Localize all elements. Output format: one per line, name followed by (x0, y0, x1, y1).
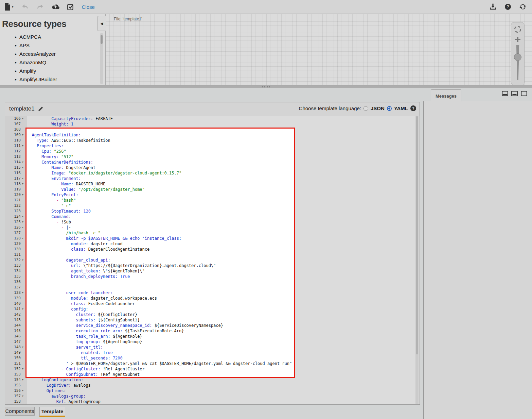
palette-scrollbar-handle[interactable] (101, 35, 103, 44)
line-number: 150 (5, 355, 21, 361)
fold-toggle-icon[interactable]: ▾ (22, 116, 26, 121)
fold-toggle-icon[interactable]: ▾ (22, 290, 26, 296)
fold-toggle-icon[interactable]: ▾ (22, 192, 26, 198)
tab-template[interactable]: Template (39, 407, 65, 417)
resource-type-item[interactable]: ▸ACMPCA (0, 33, 105, 41)
label-yaml[interactable]: YAML (394, 105, 408, 111)
resource-type-item[interactable]: ▸AmazonMQ (0, 58, 105, 67)
code-line: 134 agent_token: \"${AgentToken}\" (5, 268, 420, 274)
fold-toggle-icon[interactable]: ▾ (22, 257, 26, 263)
radio-yaml[interactable] (387, 106, 392, 111)
fold-toggle-icon[interactable]: ▾ (22, 366, 26, 372)
fold-toggle-icon[interactable]: ▾ (22, 225, 26, 230)
zoom-slider-handle[interactable] (514, 53, 521, 61)
expand-arrow-icon: ▸ (15, 61, 17, 64)
line-number: 115 (5, 165, 21, 170)
help-icon[interactable]: ? (505, 4, 511, 10)
refresh-icon[interactable] (519, 3, 527, 11)
resource-type-label: AmazonMQ (19, 60, 46, 65)
line-number: 113 (5, 154, 21, 160)
resource-type-item[interactable]: ▸AccessAnalyzer (0, 50, 105, 58)
label-json[interactable]: JSON (371, 105, 385, 111)
zoom-slider-track[interactable] (516, 45, 520, 80)
panel-maximize-icon[interactable] (502, 91, 508, 96)
fold-toggle-icon[interactable]: ▾ (22, 165, 26, 170)
expand-arrow-icon: ▸ (15, 69, 17, 73)
tab-messages[interactable]: Messages (431, 89, 461, 102)
code-line: 117▾ Environment: (5, 176, 420, 181)
expand-arrow-icon: ▸ (15, 52, 17, 56)
collapse-panel-button[interactable]: ◀ (97, 16, 106, 31)
zoom-in-icon[interactable] (514, 36, 521, 43)
language-chooser-label: Choose template language: (299, 105, 361, 111)
line-number: 142 (5, 312, 21, 317)
code-line: 147 log_group: ${AgentLogGroup} (5, 339, 420, 345)
resource-types-title: Resource types (2, 19, 105, 29)
download-icon[interactable] (489, 3, 497, 11)
editor-scrollbar[interactable] (415, 116, 419, 404)
line-number: 114 (5, 160, 21, 165)
resource-type-item[interactable]: ▸Amplify (0, 67, 105, 75)
line-number: 128 (5, 236, 21, 241)
collapse-arrow-icon: ◀ (100, 21, 103, 26)
line-number: 153 (5, 372, 21, 377)
fold-toggle-icon[interactable]: ▾ (22, 181, 26, 187)
code-line: 146 task_role_arn: ${AgentRole} (5, 334, 420, 339)
fold-toggle-icon[interactable]: ▾ (22, 214, 26, 219)
messages-body (423, 101, 532, 419)
fold-toggle-icon[interactable]: ▾ (22, 132, 26, 138)
resource-type-item[interactable]: ▸APS (0, 41, 105, 50)
fold-toggle-icon[interactable]: ▾ (22, 377, 26, 383)
fold-toggle-icon[interactable]: ▾ (22, 160, 26, 165)
redo-icon[interactable] (35, 3, 44, 10)
resource-list: ▸ACMPCA▸APS▸AccessAnalyzer▸AmazonMQ▸Ampl… (0, 33, 105, 84)
close-link[interactable]: Close (82, 4, 95, 10)
canvas-file-label: File: 'template1' (114, 17, 142, 21)
fold-toggle-icon[interactable]: ▾ (22, 176, 26, 181)
resource-type-label: APS (19, 43, 30, 48)
rename-template-icon[interactable] (38, 106, 43, 112)
editor-scrollbar-handle[interactable] (416, 116, 418, 354)
line-number: 156 (5, 388, 21, 393)
line-number: 126 (5, 225, 21, 230)
code-line: 154▾ LogConfiguration: (5, 377, 420, 383)
resource-type-item[interactable]: ▸AmplifyUIBuilder (0, 75, 105, 84)
code-editor[interactable]: 106▾ - CapacityProvider: FARGATE107 Weig… (5, 116, 420, 404)
fold-toggle-icon[interactable]: ▾ (22, 388, 26, 393)
palette-scrollbar[interactable] (100, 33, 103, 84)
code-line: 144 service_discovery_namespace_id: ${Se… (5, 323, 420, 328)
line-number: 147 (5, 339, 21, 345)
fold-toggle-icon[interactable]: ▾ (22, 219, 26, 225)
fold-toggle-icon[interactable]: ▾ (22, 393, 26, 399)
fold-toggle-icon[interactable]: ▾ (22, 143, 26, 149)
line-number: 149 (5, 350, 21, 355)
line-number: 152 (5, 366, 21, 372)
code-line: 109▾ AgentTaskDefinition: (5, 132, 420, 138)
undo-icon[interactable] (21, 3, 30, 10)
line-number: 130 (5, 247, 21, 252)
panel-hide-icon[interactable] (521, 91, 527, 96)
upload-cloud-icon[interactable] (51, 3, 60, 11)
fold-toggle-icon[interactable]: ▾ (22, 236, 26, 241)
line-number: 124 (5, 214, 21, 219)
code-line: 136 (5, 279, 420, 285)
cloudformation-designer: ▾ Close ? Resource types ▸ACMPCA▸A (0, 0, 532, 419)
radio-json[interactable] (363, 106, 368, 111)
panel-split-icon[interactable] (511, 91, 518, 96)
code-line: 157▾ awslogs-group: (5, 393, 420, 399)
code-line: 155 LogDriver: awslogs (5, 383, 420, 388)
line-number: 158 (5, 399, 21, 404)
validate-template-icon[interactable] (67, 3, 74, 11)
fold-toggle-icon[interactable]: ▾ (22, 306, 26, 312)
language-help-icon[interactable]: ? (410, 105, 416, 111)
new-document-icon[interactable]: ▾ (4, 3, 14, 11)
code-line: 130 class: DagsterCloudAgentInstance (5, 247, 420, 252)
code-line: 107 Weight: 1 (5, 121, 420, 127)
line-number: 135 (5, 274, 21, 279)
code-line: 153 ConfigSubnet: !Ref AgentSubnet (5, 372, 420, 377)
design-canvas[interactable]: ◀ File: 'template1' (106, 14, 532, 85)
tab-components[interactable]: Components (5, 407, 35, 416)
fit-to-window-icon[interactable] (513, 25, 522, 34)
code-line: 152▾ - ConfigCluster: !Ref AgentCluster (5, 366, 420, 372)
fold-toggle-icon[interactable]: ▾ (22, 345, 26, 350)
